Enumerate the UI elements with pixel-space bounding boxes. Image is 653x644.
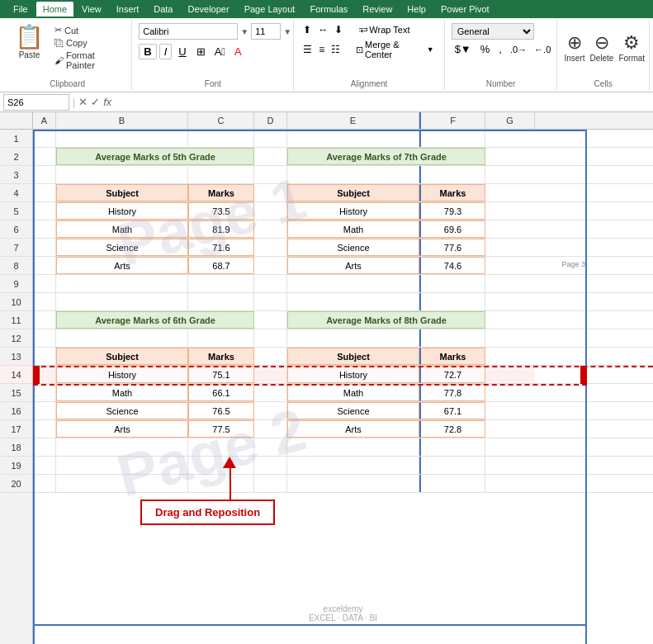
font-size-dropdown[interactable]: ▼ [240,27,248,36]
cell-e15[interactable]: Math [287,384,419,401]
cell-b20[interactable] [56,475,188,492]
cell-b15[interactable]: Math [56,384,188,401]
row-header-6[interactable]: 6 [0,220,32,239]
cell-e12[interactable] [287,329,419,347]
tab-help[interactable]: Help [400,2,433,17]
cell-d13[interactable] [254,348,287,365]
cell-e4[interactable]: Subject [287,184,419,201]
align-top-button[interactable]: ⬆ [300,23,314,36]
cell-d11[interactable] [254,311,287,329]
tab-home[interactable]: Home [36,2,73,17]
cell-e16[interactable]: Science [287,402,419,419]
cell-g5[interactable] [485,202,535,220]
row-header-9[interactable]: 9 [0,275,32,293]
cell-b17[interactable]: Arts [56,420,188,438]
cell-g18[interactable] [485,438,535,456]
name-box[interactable] [3,94,69,111]
cell-e13[interactable]: Subject [287,348,419,365]
row-header-5[interactable]: 5 [0,202,32,220]
cell-c3[interactable] [188,166,254,183]
cell-b1[interactable] [56,130,188,147]
cell-a16[interactable] [33,402,56,419]
cell-d5[interactable] [254,202,287,220]
row-header-20[interactable]: 20 [0,475,32,493]
row-header-14[interactable]: 14 [0,366,32,384]
merge-dropdown-icon[interactable]: ▼ [427,45,434,54]
cell-a9[interactable] [33,275,56,292]
cell-a14[interactable] [33,366,56,383]
cell-c12[interactable] [188,329,254,347]
align-bottom-button[interactable]: ⬇ [332,23,345,36]
cell-e9[interactable] [287,275,419,292]
row-header-12[interactable]: 12 [0,329,32,348]
cell-b6[interactable]: Math [56,220,188,238]
cell-a4[interactable] [33,184,56,201]
cell-d1[interactable] [254,130,287,147]
cell-a3[interactable] [33,166,56,183]
cell-c6[interactable]: 81.9 [188,220,254,238]
cell-f6[interactable]: 69.6 [419,220,485,238]
row-header-15[interactable]: 15 [0,384,32,402]
cell-a18[interactable] [33,438,56,456]
cell-a19[interactable] [33,457,56,474]
insert-button[interactable]: ⊕ Insert [564,32,584,63]
cell-e6[interactable]: Math [287,220,419,238]
cell-b16[interactable]: Science [56,402,188,419]
cell-d9[interactable] [254,275,287,292]
wrap-text-button[interactable]: ⮒ Wrap Text [355,24,413,36]
tab-formulas[interactable]: Formulas [303,2,354,17]
cell-a5[interactable] [33,202,56,220]
cancel-icon[interactable]: ✕ [78,96,88,108]
cell-c5[interactable]: 73.5 [188,202,254,220]
tab-file[interactable]: File [7,2,35,17]
cell-c17[interactable]: 77.5 [188,420,254,438]
cell-g10[interactable] [485,293,535,310]
cell-b7[interactable]: Science [56,239,188,256]
tab-developer[interactable]: Developer [182,2,236,17]
font-size-dropdown2[interactable]: ▼ [283,27,291,36]
decrease-decimal-button[interactable]: ←.0 [532,44,553,55]
cell-c7[interactable]: 71.6 [188,239,254,256]
cell-g4[interactable] [485,184,535,201]
tab-power-pivot[interactable]: Power Pivot [434,2,496,17]
align-center-button[interactable]: ≡ [316,43,327,56]
cell-d16[interactable] [254,402,287,419]
increase-decimal-button[interactable]: .0→ [508,44,529,55]
cell-g14[interactable] [485,366,535,383]
paste-button[interactable]: 📋 Paste [10,23,49,72]
cell-c13[interactable]: Marks [188,348,254,365]
col-header-c[interactable]: C [188,112,254,129]
cell-b19[interactable] [56,457,188,474]
cell-a20[interactable] [33,475,56,492]
comma-button[interactable]: , [495,42,505,56]
cell-g2[interactable] [485,148,535,165]
cell-g11[interactable] [485,311,535,329]
cell-b10[interactable] [56,293,188,310]
cell-f20[interactable] [419,475,485,492]
cell-e7[interactable]: Science [287,239,419,256]
row-header-11[interactable]: 11 [0,311,32,329]
cell-c10[interactable] [188,293,254,310]
cell-g7[interactable] [485,239,535,256]
cell-d20[interactable] [254,475,287,492]
format-painter-button[interactable]: 🖌 Format Painter [52,50,125,71]
row-header-13[interactable]: 13 [0,348,32,366]
align-middle-button[interactable]: ↔ [315,23,330,36]
cell-f7[interactable]: 77.6 [419,239,485,256]
cell-d12[interactable] [254,329,287,347]
cell-g17[interactable] [485,420,535,438]
row-header-4[interactable]: 4 [0,184,32,202]
cell-b9[interactable] [56,275,188,292]
cell-b5[interactable]: History [56,202,188,220]
cell-e2[interactable]: Average Marks of 7th Grade [287,148,485,165]
font-color-button[interactable]: A [231,45,245,59]
cell-c16[interactable]: 76.5 [188,402,254,419]
cell-e18[interactable] [287,438,419,456]
row-header-16[interactable]: 16 [0,402,32,420]
tab-review[interactable]: Review [356,2,399,17]
cell-c20[interactable] [188,475,254,492]
merge-center-button[interactable]: ⊡ Merge & Center ▼ [353,39,438,60]
cell-a7[interactable] [33,239,56,256]
italic-button[interactable]: I [159,44,173,59]
align-left-button[interactable]: ☰ [300,43,315,56]
